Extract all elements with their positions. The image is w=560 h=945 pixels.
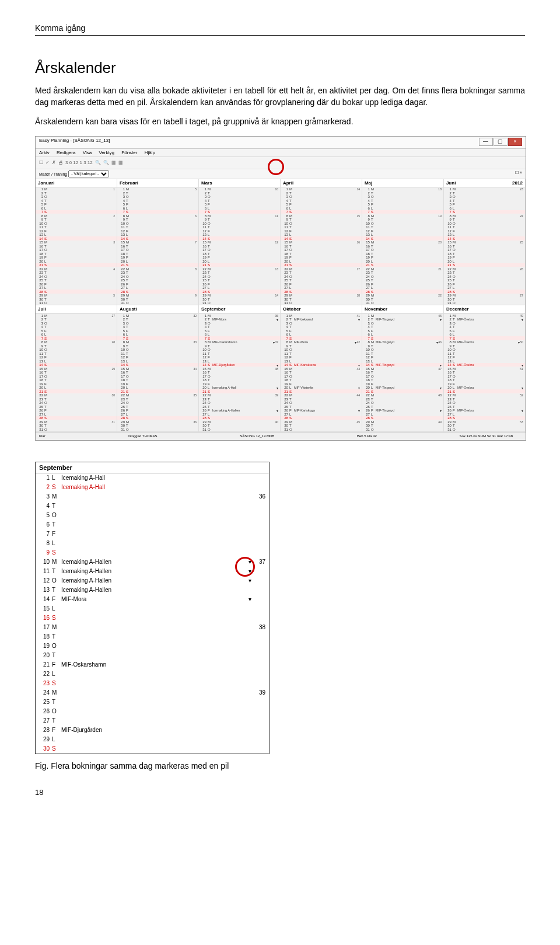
- month-header: Maj: [362, 179, 443, 187]
- calendar-day[interactable]: 14SMIF-Karlskrona▾: [281, 363, 362, 367]
- multi-booking-arrow-icon[interactable]: ▾: [246, 559, 254, 565]
- detail-day-row[interactable]: 14FMIF-Mora▾: [36, 595, 269, 604]
- detail-day-row[interactable]: 12OIcemaking A-Hallen▾: [36, 576, 269, 585]
- maximize-button[interactable]: ▢: [494, 138, 508, 146]
- calendar-day[interactable]: 20LMIF-Örebro▾: [444, 386, 525, 390]
- detail-month-header: September: [36, 462, 269, 473]
- calendar-day[interactable]: 31O: [444, 427, 525, 431]
- calendar-day[interactable]: 8MMIF-Oskarshamn▾37: [199, 340, 280, 344]
- print-icon[interactable]: 🖨: [58, 160, 63, 165]
- detail-day-row[interactable]: 23S: [36, 679, 269, 688]
- detail-day-row[interactable]: 17M38: [36, 623, 269, 632]
- detail-day-row[interactable]: 28FMIF-Djurgården: [36, 726, 269, 735]
- menu-fonster[interactable]: Fönster: [121, 150, 137, 155]
- calendar-day[interactable]: 14SMIF-Djurgården▾: [199, 363, 280, 367]
- calendar-day[interactable]: 26FMIF-Karlskoga▾: [281, 409, 362, 413]
- calendar-day[interactable]: 31O: [36, 301, 117, 305]
- detail-day-row[interactable]: 13TIcemaking A-Hallen: [36, 585, 269, 595]
- detail-day-row[interactable]: 4T: [36, 501, 269, 511]
- toolbar-icon[interactable]: ✓: [46, 160, 50, 165]
- menu-verktyg[interactable]: Verktyg: [99, 150, 114, 155]
- calendar-day[interactable]: 20LMIF-Tingsryd▾: [362, 386, 443, 390]
- calendar-day[interactable]: 31O: [281, 427, 362, 431]
- detail-day-row[interactable]: 5O: [36, 511, 269, 520]
- detail-day-row[interactable]: 9S: [36, 548, 269, 557]
- calendar-day[interactable]: 20LIcemaking A-Hall▾: [199, 386, 280, 390]
- calendar-day[interactable]: 2TMIF-Tingsryd▾: [362, 318, 443, 322]
- detail-day-row[interactable]: 16S: [36, 613, 269, 623]
- detail-day-row[interactable]: 22L: [36, 669, 269, 679]
- multi-booking-arrow-icon[interactable]: ▾: [246, 596, 254, 602]
- month-header: Januari: [36, 179, 117, 187]
- page-header: Komma igång: [35, 23, 525, 36]
- multi-booking-arrow-icon[interactable]: ▾: [246, 577, 254, 584]
- detail-day-row[interactable]: 29L: [36, 735, 269, 744]
- calendar-day[interactable]: 31O: [117, 301, 198, 305]
- status-left: Klar: [39, 434, 46, 438]
- toolbar-icon[interactable]: ✗: [52, 160, 56, 165]
- section-title: Årskalender: [35, 59, 525, 77]
- detail-day-row[interactable]: 8L: [36, 539, 269, 548]
- menu-visa[interactable]: Visa: [83, 150, 92, 155]
- detail-day-row[interactable]: 27T: [36, 716, 269, 726]
- detail-day-row[interactable]: 26O: [36, 707, 269, 716]
- menu-arkiv[interactable]: Arkiv: [39, 150, 50, 155]
- calendar-day[interactable]: 26FIcemaking A-Hallen▾: [199, 409, 280, 413]
- month-header: April: [281, 179, 362, 187]
- calendar-day[interactable]: 31O: [362, 301, 443, 305]
- detail-day-row[interactable]: 11TIcemaking A-Hallen▾: [36, 567, 269, 576]
- detail-day-row[interactable]: 1LIcemaking A-Hall: [36, 473, 269, 483]
- detail-day-row[interactable]: 18T: [36, 632, 269, 641]
- calendar-day[interactable]: 2TMIF-Leksand▾: [281, 318, 362, 322]
- detail-day-row[interactable]: 21FMIF-Oskarshamn: [36, 660, 269, 669]
- detail-day-row[interactable]: 30S: [36, 744, 269, 754]
- calendar-day[interactable]: 31O: [36, 427, 117, 431]
- detail-day-row[interactable]: 2SIcemaking A-Hall: [36, 483, 269, 492]
- month-header: Augusti: [117, 305, 198, 313]
- calendar-day[interactable]: 31O: [444, 301, 525, 305]
- calendar-day[interactable]: 31O: [281, 301, 362, 305]
- calendar-day[interactable]: 8MMIF-Mora▾42: [281, 340, 362, 344]
- calendar-day[interactable]: 2TMIF-Mora▾: [199, 318, 280, 322]
- calendar-day[interactable]: 20LMIF-Västerås▾: [281, 386, 362, 390]
- calendar-day[interactable]: 31O: [117, 427, 198, 431]
- calendar-day[interactable]: 14SMIF-Tingsryd▾: [362, 363, 443, 367]
- menu-hjalp[interactable]: Hjälp: [145, 150, 155, 155]
- minimize-button[interactable]: —: [479, 138, 493, 146]
- detail-day-row[interactable]: 24M39: [36, 688, 269, 698]
- zoom-in-icon[interactable]: 🔍: [95, 160, 101, 165]
- toolbar-nums: 3 6 12 1 3 12: [65, 160, 93, 165]
- detail-day-row[interactable]: 19O: [36, 641, 269, 651]
- calendar-day[interactable]: 26FMIF-Örebro▾: [444, 409, 525, 413]
- zoom-out-icon[interactable]: 🔍: [103, 160, 109, 165]
- calendar-day[interactable]: 31O: [199, 427, 280, 431]
- statusbar: Klar Inloggad THOMAS SÄSONG 12_13.MDB Be…: [36, 432, 526, 440]
- detail-day-row[interactable]: 20T: [36, 651, 269, 660]
- category-select[interactable]: - Välj kategori -: [68, 170, 109, 177]
- menu-redigera[interactable]: Redigera: [57, 150, 75, 155]
- detail-day-row[interactable]: 25T: [36, 698, 269, 707]
- calendar-day[interactable]: 26FMIF-Tingsryd▾: [362, 409, 443, 413]
- month-header: Mars: [199, 179, 280, 187]
- calendar-day[interactable]: 31O: [199, 301, 280, 305]
- detail-day-row[interactable]: 15L: [36, 604, 269, 613]
- calendar-day[interactable]: 31O: [362, 427, 443, 431]
- multi-booking-arrow-icon[interactable]: ▾: [246, 568, 254, 574]
- calendar-day[interactable]: 14SMIF-Örebro▾: [444, 363, 525, 367]
- window-buttons: — ▢ ×: [480, 138, 522, 147]
- detail-day-row[interactable]: 3M36: [36, 492, 269, 501]
- calendar-icon[interactable]: ▦: [111, 160, 116, 165]
- toolbar-icon[interactable]: ☐: [39, 160, 43, 165]
- calendar-day[interactable]: 8MMIF-Tingsryd▾46: [362, 340, 443, 344]
- detail-day-row[interactable]: 6T: [36, 520, 269, 529]
- status-right: Sok 125 ns NUM Sö 31 mar 17:48: [460, 434, 513, 438]
- figure-caption: Fig. Flera bokningar samma dag markeras …: [35, 761, 525, 770]
- detail-day-row[interactable]: 7F: [36, 529, 269, 539]
- calendar-day[interactable]: 2TMIF-Örebro▾: [444, 318, 525, 322]
- filter-bar: Match / Träning - Välj kategori - ☐ ×: [36, 169, 526, 179]
- calendar-day[interactable]: 8MMIF-Örebro▾50: [444, 340, 525, 344]
- detail-day-row[interactable]: 10MIcemaking A-Hallen▾37: [36, 557, 269, 567]
- filter-close-icon[interactable]: ☐ ×: [515, 170, 522, 177]
- year-calendar-button[interactable]: ▦: [118, 160, 123, 165]
- close-button[interactable]: ×: [508, 138, 522, 146]
